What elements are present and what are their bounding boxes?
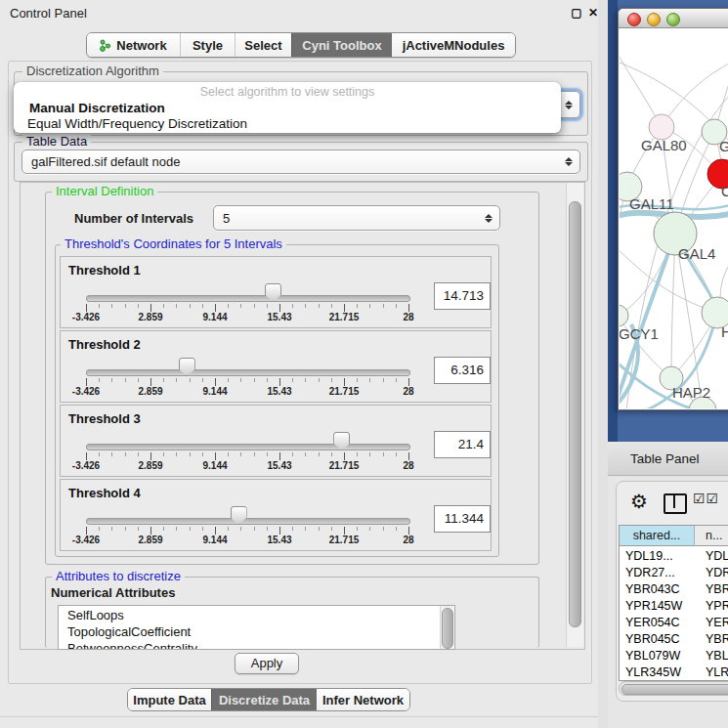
table-cell-shared-name[interactable]: YDL19... xyxy=(625,549,673,563)
apply-button[interactable]: Apply xyxy=(235,653,299,674)
table-cell-shared-name[interactable]: YBR043C xyxy=(625,582,680,596)
close-traffic-light-icon[interactable] xyxy=(627,13,641,26)
table-panel-region: Table Panel ⚙ ☑☑ shared... n... YDL19...… xyxy=(608,442,728,728)
column-header-name[interactable]: n... xyxy=(695,526,728,546)
network-graph: GAL80G.GAL11CGAL4GCY1HHAP2 xyxy=(620,28,728,408)
slider-tick xyxy=(383,378,384,382)
table-cell-name[interactable]: YBL0 xyxy=(706,649,728,663)
select-columns-icon[interactable]: ☑☑ xyxy=(693,491,719,506)
attribute-list-item[interactable]: SelfLoops xyxy=(67,608,124,622)
threshold-box-3: Threshold 3-3.4262.8599.14415.4321.71528… xyxy=(60,405,492,477)
slider-tick xyxy=(150,527,151,535)
network-edge xyxy=(662,61,728,127)
slider-tick xyxy=(331,527,332,531)
table-cell-shared-name[interactable]: YPR145W xyxy=(625,599,682,613)
number-of-intervals-combobox[interactable]: 5 xyxy=(213,205,500,231)
slider-tick xyxy=(396,378,397,382)
column-header-shared-name[interactable]: shared... xyxy=(620,526,695,546)
algorithm-option-equal-width[interactable]: Equal Width/Frequency Discretization xyxy=(27,116,247,131)
number-of-intervals-value: 5 xyxy=(214,211,484,226)
slider-tick-label: -3.426 xyxy=(72,312,100,322)
slider-tick xyxy=(163,527,164,531)
numerical-attributes-list[interactable]: SelfLoopsTopologicalCoefficientBetweenne… xyxy=(58,605,455,650)
slider-tick xyxy=(190,378,191,382)
slider-tick xyxy=(125,378,126,382)
slider-tick xyxy=(344,452,345,460)
thresholds-group-label: Threshold's Coordinates for 5 Intervals xyxy=(61,237,286,251)
table-cell-name[interactable]: YBR0 xyxy=(706,582,728,596)
tab-impute-data[interactable]: Impute Data xyxy=(128,689,211,710)
slider-tick xyxy=(305,527,306,531)
slider-tick-label: 9.144 xyxy=(202,312,227,322)
slider-tick-label: 28 xyxy=(403,386,413,397)
slider-tick xyxy=(138,304,139,308)
tab-select[interactable]: Select xyxy=(235,33,291,57)
attributes-group-label: Attributes to discretize xyxy=(52,570,185,583)
network-window-titlebar[interactable] xyxy=(619,9,728,28)
algorithm-option-manual[interactable]: Manual Discretization xyxy=(29,101,165,115)
attribute-list-item[interactable]: TopologicalCoefficient xyxy=(67,624,191,639)
slider-tick xyxy=(240,527,241,531)
table-cell-name[interactable]: YDR2 xyxy=(706,566,728,579)
attribute-list-item[interactable]: BetweennessCentrality xyxy=(67,641,197,650)
slider-tick-label: 21.715 xyxy=(329,386,360,397)
attributes-scrollbar[interactable] xyxy=(440,606,453,649)
table-cell-shared-name[interactable]: YLR345W xyxy=(625,665,681,679)
slider-tick xyxy=(292,378,293,382)
slider-tick xyxy=(369,452,370,456)
zoom-traffic-light-icon[interactable] xyxy=(666,13,680,26)
bottom-divider xyxy=(0,716,598,717)
threshold-value-field[interactable]: 21.4 xyxy=(434,431,491,458)
tab-cyni-toolbox[interactable]: Cyni Toolbox xyxy=(291,33,392,57)
threshold-value-field[interactable]: 14.713 xyxy=(434,282,491,310)
slider-tick xyxy=(138,378,139,382)
slider-tick xyxy=(267,378,268,382)
tab-network[interactable]: Network xyxy=(87,33,180,57)
network-view-window[interactable]: GAL80G.GAL11CGAL4GCY1HHAP2 xyxy=(618,8,728,410)
tab-infer-network[interactable]: Infer Network xyxy=(317,689,409,710)
threshold-value-field[interactable]: 6.316 xyxy=(434,357,491,384)
slider-tick xyxy=(215,527,216,535)
table-cell-name[interactable]: YDL1 xyxy=(706,549,728,563)
table-cell-name[interactable]: YBR0 xyxy=(706,632,728,646)
tab-discretize-data[interactable]: Discretize Data xyxy=(211,689,317,710)
slider-tick-label: 15.43 xyxy=(267,312,291,322)
tab-jactivemnodules[interactable]: jActiveMNodules xyxy=(392,33,515,57)
slider-tick xyxy=(305,378,306,382)
network-canvas[interactable]: GAL80G.GAL11CGAL4GCY1HHAP2 xyxy=(620,28,728,408)
table-cell-shared-name[interactable]: YER054C xyxy=(625,616,680,629)
slider-track[interactable] xyxy=(86,518,410,525)
table-cell-name[interactable]: YPR1 xyxy=(706,599,728,613)
table-cell-name[interactable]: YER0 xyxy=(706,616,728,629)
network-node[interactable] xyxy=(620,305,628,326)
scrollbar-thumb[interactable] xyxy=(442,608,453,649)
split-view-icon[interactable] xyxy=(664,493,687,514)
slider-tick-label: 9.144 xyxy=(202,460,227,471)
slider-tick xyxy=(138,527,139,531)
network-icon xyxy=(100,39,111,52)
screen: Control Panel ▢ ✕ Network Style xyxy=(0,0,728,728)
settings-vertical-scrollbar[interactable] xyxy=(566,183,583,647)
slider-track[interactable] xyxy=(86,295,410,302)
threshold-value-field[interactable]: 11.344 xyxy=(434,505,491,533)
table-cell-shared-name[interactable]: YBR045C xyxy=(625,632,680,646)
table-cell-name[interactable]: YLR3 xyxy=(706,665,728,679)
slider-tick xyxy=(383,452,384,456)
network-edge xyxy=(620,48,662,127)
number-of-intervals-label: Number of Intervals xyxy=(74,211,193,226)
table-horizontal-scrollbar[interactable] xyxy=(619,681,728,696)
tab-style[interactable]: Style xyxy=(180,33,235,57)
table-data-combobox[interactable]: galFiltered.sif default node xyxy=(21,150,580,174)
slider-tick-label: 2.859 xyxy=(138,535,162,545)
scrollbar-thumb[interactable] xyxy=(621,684,728,695)
minimize-traffic-light-icon[interactable] xyxy=(647,13,661,26)
float-window-icon[interactable]: ▢ xyxy=(571,7,582,19)
slider-track[interactable] xyxy=(86,369,410,376)
gear-icon[interactable]: ⚙ xyxy=(630,490,648,513)
slider-tick xyxy=(357,378,358,382)
table-cell-shared-name[interactable]: YBL079W xyxy=(625,649,680,663)
table-cell-shared-name[interactable]: YDR27... xyxy=(625,566,675,579)
scrollbar-thumb[interactable] xyxy=(569,201,581,627)
slider-tick xyxy=(163,452,164,456)
slider-track[interactable] xyxy=(86,444,410,450)
